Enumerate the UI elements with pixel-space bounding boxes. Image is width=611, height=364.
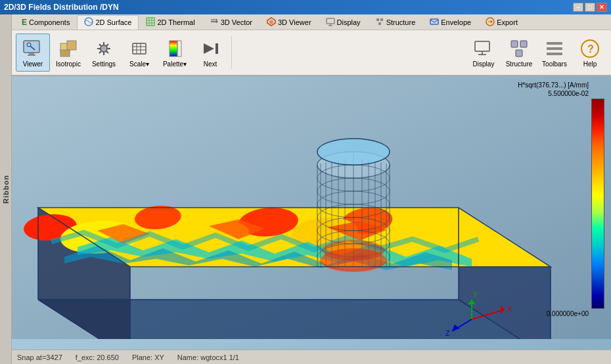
tab-display[interactable]: Display (319, 15, 368, 30)
right-tools: Display Structure (466, 34, 607, 72)
name-status: Name: wgtocx1 1/1 (177, 353, 239, 361)
main-area: E Components 2D Surface (12, 14, 611, 364)
isotropic-button[interactable]: Isotropic (51, 34, 85, 72)
help-button[interactable]: ? Help (573, 34, 607, 72)
svg-rect-47 (547, 53, 562, 55)
svg-rect-42 (511, 41, 518, 47)
settings-label: Settings (92, 60, 116, 68)
svg-rect-18 (430, 19, 438, 24)
tab-2d-surface[interactable]: 2D Surface (77, 15, 139, 30)
toolbars-button[interactable]: Toolbars (537, 34, 572, 72)
viewer-icon (22, 38, 43, 59)
structure-right-icon (509, 38, 530, 59)
tab-3d-vector[interactable]: 3D Vector (202, 15, 260, 30)
tab-2d-thermal[interactable]: 2D Thermal (139, 15, 202, 30)
maximize-button[interactable]: □ (585, 3, 595, 12)
svg-rect-36 (177, 41, 181, 57)
svg-rect-35 (170, 41, 177, 57)
tab-structure[interactable]: Structure (368, 15, 423, 30)
scale-bottom-value: 0.000000e+00 (547, 310, 589, 317)
structure-right-label: Structure (506, 60, 533, 68)
ribbon-label: Ribbon (2, 175, 10, 204)
ribbon-tabs-row: E Components 2D Surface (12, 14, 611, 30)
close-button[interactable]: ✕ (597, 3, 607, 12)
viewport[interactable]: X Y Z H*sqrt(376.73...) [A/mm] 5.500000e… (12, 76, 611, 350)
ribbon-sidebar: Ribbon (0, 14, 12, 364)
structure-right-button[interactable]: Structure (502, 34, 536, 72)
help-icon: ? (579, 38, 600, 59)
ribbon-tools-row: Viewer Isotropic (12, 30, 611, 75)
scale-top-value: 5.500000e-02 (548, 90, 589, 97)
minimize-button[interactable]: – (573, 3, 583, 12)
tab-export[interactable]: Export (478, 15, 525, 30)
3d-viewer-icon (267, 17, 276, 28)
svg-rect-1 (147, 18, 154, 26)
envelope-icon (430, 17, 439, 28)
svg-rect-17 (378, 22, 381, 25)
isotropic-label: Isotropic (56, 60, 81, 68)
2d-thermal-icon (146, 17, 155, 28)
toolbars-icon (544, 38, 565, 59)
svg-rect-39 (475, 41, 489, 51)
svg-rect-12 (327, 18, 334, 24)
svg-rect-26 (67, 41, 76, 50)
svg-rect-16 (380, 18, 383, 21)
svg-rect-27 (60, 50, 70, 57)
ribbon: E Components 2D Surface (12, 14, 611, 76)
structure-tab-icon (375, 17, 384, 28)
svg-text:?: ? (587, 43, 594, 55)
viewer-label: Viewer (23, 60, 43, 68)
separator (231, 36, 232, 69)
svg-marker-11 (269, 20, 273, 24)
svg-point-87 (322, 240, 385, 261)
status-bar: Snap at=3427 f_exc: 20.650 Plane: XY Nam… (12, 350, 611, 364)
help-label: Help (583, 60, 597, 68)
next-button[interactable]: Next (193, 34, 227, 72)
svg-text:Y: Y (473, 290, 478, 298)
tab-3d-viewer[interactable]: 3D Viewer (260, 15, 319, 30)
settings-button[interactable]: Settings (87, 34, 121, 72)
settings-icon (93, 38, 114, 59)
palette-label: Palette▾ (163, 60, 187, 68)
palette-button[interactable]: Palette▾ (158, 34, 192, 72)
svg-text:X: X (507, 305, 512, 313)
viewer-button[interactable]: Viewer (16, 34, 50, 72)
window-title: 2D/3D Fields Distribution /DYN (4, 3, 119, 12)
isotropic-icon (58, 38, 79, 59)
svg-rect-15 (376, 18, 379, 21)
scale-top-label: H*sqrt(376.73...) [A/mm] (518, 81, 589, 89)
toolbars-label: Toolbars (542, 60, 567, 68)
svg-rect-46 (547, 47, 562, 50)
3d-vector-icon (210, 17, 219, 28)
title-bar: 2D/3D Fields Distribution /DYN – □ ✕ (0, 0, 611, 14)
svg-rect-38 (215, 43, 218, 54)
svg-rect-44 (516, 50, 522, 57)
display-right-label: Display (473, 60, 495, 68)
svg-rect-29 (101, 46, 106, 51)
window-frame: 2D/3D Fields Distribution /DYN – □ ✕ Rib… (0, 0, 611, 364)
svg-marker-9 (216, 19, 217, 21)
svg-marker-7 (216, 20, 218, 23)
palette-icon (164, 38, 185, 59)
scale-label: Scale▾ (129, 60, 149, 68)
freq-status: f_exc: 20.650 (76, 353, 119, 361)
tab-envelope[interactable]: Envelope (422, 15, 478, 30)
scale-icon (129, 38, 150, 59)
next-label: Next (204, 60, 217, 68)
display-right-icon (473, 38, 494, 59)
color-scale-bar (591, 99, 604, 309)
svg-marker-37 (204, 43, 214, 54)
window-controls: – □ ✕ (573, 3, 607, 12)
export-icon (486, 17, 495, 28)
next-icon (200, 38, 221, 59)
tab-components[interactable]: E Components (14, 15, 77, 30)
svg-rect-30 (133, 43, 146, 54)
svg-rect-23 (28, 55, 35, 56)
svg-rect-43 (520, 41, 527, 47)
snap-status: Snap at=3427 (17, 353, 62, 361)
components-icon: E (22, 18, 27, 27)
2d-surface-icon (84, 17, 93, 28)
scale-button[interactable]: Scale▾ (122, 34, 156, 72)
display-right-button[interactable]: Display (466, 34, 501, 72)
svg-text:Z: Z (445, 329, 450, 337)
